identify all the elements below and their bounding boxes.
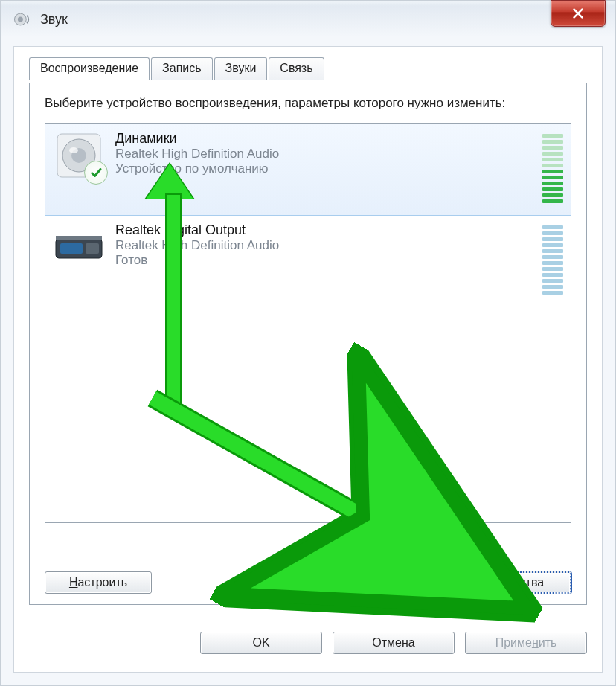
set-default-label: По умолчанию (333, 572, 437, 593)
svg-rect-10 (86, 243, 99, 254)
tab-recording[interactable]: Запись (151, 57, 213, 80)
tab-playback[interactable]: Воспроизведение (29, 57, 150, 80)
cancel-button[interactable]: Отмена (333, 632, 455, 654)
sound-icon (12, 9, 33, 30)
ok-button[interactable]: OK (200, 632, 322, 654)
tab-comm[interactable]: Связь (269, 57, 324, 80)
device-item-digital-output[interactable]: Realtek Digital Output Realtek High Defi… (45, 215, 571, 307)
device-status: Устройство по умолчанию (115, 161, 542, 176)
dialog-client-area: Воспроизведение Запись Звуки Связь Выбер… (13, 46, 603, 673)
dialog-buttons: OK Отмена Применить (200, 632, 587, 654)
instruction-text: Выберите устройство воспроизведения, пар… (45, 95, 571, 112)
level-meter (542, 129, 563, 208)
svg-rect-11 (56, 236, 102, 240)
apply-button[interactable]: Применить (465, 632, 587, 654)
tab-sounds[interactable]: Звуки (214, 57, 268, 80)
set-default-dropdown[interactable] (437, 572, 455, 593)
tab-strip: Воспроизведение Запись Звуки Связь (29, 57, 324, 80)
btn-label: Применить (495, 636, 557, 649)
default-badge-icon (84, 161, 108, 185)
level-meter (542, 221, 563, 299)
speaker-icon (53, 129, 105, 182)
svg-point-7 (69, 147, 78, 153)
configure-button[interactable]: Настроить (45, 571, 152, 594)
device-driver: Realtek High Definition Audio (115, 147, 542, 161)
close-icon (571, 7, 585, 20)
device-name: Realtek Digital Output (115, 222, 542, 238)
device-text: Динамики Realtek High Definition Audio У… (115, 129, 542, 176)
device-status: Готов (115, 253, 542, 268)
sound-dialog-window: Звук Воспроизведение Запись Звуки Связь … (0, 0, 616, 686)
svg-rect-9 (60, 243, 83, 254)
btn-label: астроить (77, 576, 127, 589)
close-button[interactable] (551, 0, 606, 27)
set-default-split-button[interactable]: По умолчанию (333, 571, 455, 594)
svg-point-1 (18, 17, 23, 22)
properties-button[interactable]: Свойства (464, 571, 571, 594)
device-list[interactable]: Динамики Realtek High Definition Audio У… (45, 123, 571, 523)
device-item-speakers[interactable]: Динамики Realtek High Definition Audio У… (45, 123, 571, 216)
titlebar: Звук (1, 1, 615, 37)
window-title: Звук (40, 12, 68, 28)
device-name: Динамики (115, 131, 542, 147)
digital-output-icon (53, 221, 105, 273)
panel-bottom-row: Настроить По умолчанию Свойства (45, 571, 571, 594)
device-text: Realtek Digital Output Realtek High Defi… (115, 221, 542, 268)
chevron-down-icon (443, 580, 450, 585)
btn-label: Свойства (492, 576, 544, 589)
device-driver: Realtek High Definition Audio (115, 238, 542, 253)
tab-panel-playback: Выберите устройство воспроизведения, пар… (29, 83, 587, 605)
